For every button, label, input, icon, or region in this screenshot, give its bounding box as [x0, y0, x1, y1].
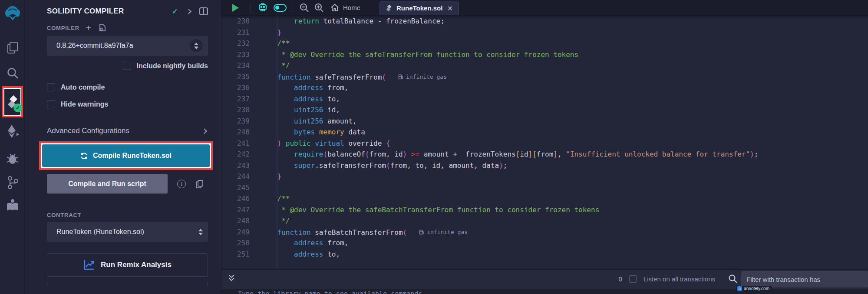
- line-number: 250: [221, 237, 250, 249]
- code-line[interactable]: 237 address to,: [221, 94, 868, 105]
- compiler-version-value: 0.8.26+commit.8a97fa7a: [56, 42, 133, 50]
- version-select-arrows-icon[interactable]: [190, 39, 203, 52]
- line-number: 251: [221, 249, 250, 260]
- code-line[interactable]: 248 */: [221, 215, 868, 227]
- zoom-in-icon[interactable]: [314, 3, 324, 13]
- auto-compile-label: Auto compile: [61, 84, 105, 91]
- line-number: 231: [221, 27, 250, 38]
- terminal-controls: 0 Listen on all transactions: [619, 270, 738, 288]
- tab-label: RuneToken.sol: [396, 4, 442, 12]
- toolbar-divider: [251, 3, 251, 13]
- code-line[interactable]: 235 function safeTransferFrom(infinite g…: [221, 71, 868, 83]
- code-line[interactable]: 232 /**: [221, 38, 868, 49]
- code-line[interactable]: 233 * @dev Override the safeTransferFrom…: [221, 49, 868, 60]
- search-icon[interactable]: [0, 65, 25, 81]
- learn-icon[interactable]: [0, 197, 25, 214]
- code-line[interactable]: 231 }: [221, 27, 868, 38]
- compiler-license-icon[interactable]: [98, 23, 106, 32]
- line-number: 247: [221, 204, 250, 216]
- hide-warnings-checkbox-row[interactable]: Hide warnings: [47, 100, 208, 108]
- transaction-count: 0: [619, 275, 622, 283]
- include-nightly-checkbox[interactable]: [123, 62, 131, 70]
- debugger-icon[interactable]: [0, 150, 25, 167]
- chevron-right-icon: [201, 128, 207, 134]
- include-nightly-checkbox-row[interactable]: Include nightly builds: [47, 62, 208, 70]
- chevron-right-icon[interactable]: [186, 9, 191, 14]
- line-number: 230: [221, 16, 250, 27]
- line-number: 239: [221, 116, 250, 127]
- line-number: 241: [221, 138, 250, 149]
- compile-and-run-button[interactable]: Compile and Run script: [47, 174, 168, 194]
- terminal-panel: 0 Listen on all transactions A annotely.…: [221, 269, 868, 294]
- line-number: 242: [221, 149, 250, 160]
- code-line[interactable]: 246 /**: [221, 193, 868, 204]
- line-number: 237: [221, 94, 250, 105]
- code-line[interactable]: 247 * @dev Override the safeBatchTransfe…: [221, 204, 868, 216]
- tab-runetoken-sol[interactable]: RuneToken.sol ×: [380, 1, 459, 15]
- terminal-hint-text: Type the library name to see available c…: [238, 290, 422, 294]
- home-button[interactable]: Home: [330, 3, 360, 12]
- deploy-run-icon[interactable]: [0, 123, 25, 140]
- compiler-version-select[interactable]: 0.8.26+commit.8a97fa7a: [47, 36, 208, 56]
- hide-warnings-checkbox[interactable]: [47, 100, 55, 108]
- code-line[interactable]: 242 require(balanceOf(from, id) >= amoun…: [221, 149, 868, 160]
- line-number: 232: [221, 38, 250, 49]
- line-number: 240: [221, 127, 250, 138]
- copilot-toggle[interactable]: [274, 4, 287, 12]
- code-line[interactable]: 244 }: [221, 171, 868, 182]
- code-line[interactable]: 245: [221, 182, 868, 194]
- contract-select[interactable]: RuneToken (RuneToken.sol): [47, 222, 208, 242]
- line-number: 235: [221, 71, 250, 83]
- info-icon[interactable]: i: [177, 180, 186, 188]
- line-number: 233: [221, 49, 250, 60]
- run-script-play-icon[interactable]: [232, 4, 239, 12]
- code-editor[interactable]: 230 return totalBalance - frozenBalance;…: [221, 15, 868, 269]
- code-line[interactable]: 234 */: [221, 60, 868, 71]
- compile-success-badge-icon: ✓: [13, 104, 22, 112]
- code-line[interactable]: 241 ) public virtual override {: [221, 138, 868, 149]
- solidity-file-icon: [386, 4, 392, 12]
- compile-button[interactable]: Compile RuneToken.sol: [42, 144, 210, 167]
- terminal-search-icon[interactable]: [728, 274, 738, 284]
- gas-estimate-annotation: infinite gas: [419, 227, 468, 238]
- code-line[interactable]: 251 address to,: [221, 249, 868, 260]
- copy-icon[interactable]: [195, 180, 204, 188]
- git-icon[interactable]: [0, 174, 25, 191]
- code-line[interactable]: 238 uint256 id,: [221, 104, 868, 116]
- code-line[interactable]: 230 return totalBalance - frozenBalance;: [221, 16, 868, 27]
- contract-section-label: CONTRACT: [47, 212, 81, 218]
- auto-compile-checkbox[interactable]: [47, 83, 55, 91]
- line-number: 243: [221, 160, 250, 171]
- code-line[interactable]: 249 function safeBatchTransferFrom(infin…: [221, 227, 868, 238]
- compiler-section-label: COMPILER: [47, 25, 79, 31]
- transaction-filter-input[interactable]: [741, 271, 868, 287]
- panel-title: SOLIDITY COMPILER: [47, 7, 124, 16]
- contract-section-row: CONTRACT: [47, 212, 208, 218]
- code-line[interactable]: 243 super.safeTransferFrom(from, to, id,…: [221, 160, 868, 171]
- compile-button-annotation-box: Compile RuneToken.sol: [39, 141, 213, 170]
- tab-close-icon[interactable]: ×: [447, 5, 452, 12]
- contract-select-arrows-icon: [198, 229, 203, 235]
- panel-layout-icon[interactable]: [199, 7, 208, 15]
- code-line[interactable]: 239 uint256 amount,: [221, 116, 868, 127]
- expand-terminal-icon[interactable]: [228, 274, 235, 283]
- remix-logo-icon[interactable]: [0, 3, 25, 23]
- run-remix-analysis-button[interactable]: Run Remix Analysis: [47, 253, 208, 277]
- code-line[interactable]: 240 bytes memory data: [221, 127, 868, 138]
- code-line[interactable]: 250 address from,: [221, 237, 868, 249]
- advanced-configurations-toggle[interactable]: Advanced Configurations: [47, 127, 208, 135]
- listen-all-checkbox[interactable]: [629, 275, 637, 283]
- code-line[interactable]: 236 address from,: [221, 82, 868, 94]
- line-number: 236: [221, 82, 250, 94]
- auto-compile-checkbox-row[interactable]: Auto compile: [47, 83, 208, 91]
- chart-icon: [83, 260, 95, 270]
- zoom-out-icon[interactable]: [299, 3, 310, 13]
- ai-assistant-robot-icon[interactable]: [257, 2, 268, 13]
- line-number: 246: [221, 193, 250, 204]
- toolbar-divider: [293, 3, 293, 13]
- code-lines[interactable]: 230 return totalBalance - frozenBalance;…: [221, 16, 868, 260]
- solidity-compiler-icon[interactable]: ✓: [3, 88, 21, 116]
- file-explorer-icon[interactable]: [0, 40, 25, 56]
- add-compiler-icon[interactable]: +: [86, 25, 91, 31]
- line-number: 245: [221, 182, 250, 194]
